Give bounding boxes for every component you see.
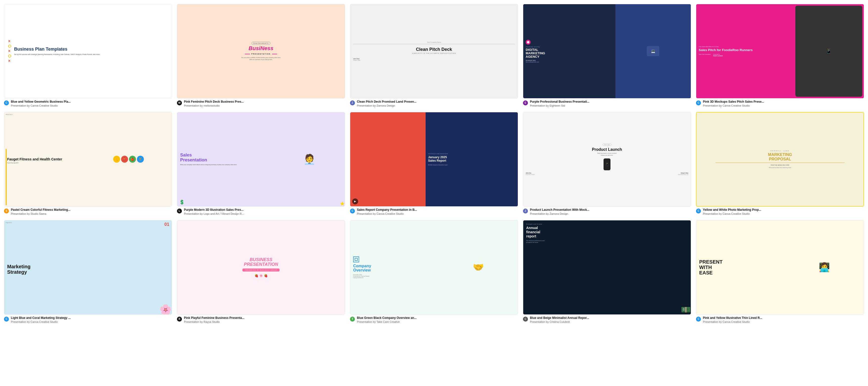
card-thumbnail: INGOUDE DIGITAL DIGITALMARKETINGAGENCY 2…	[523, 4, 691, 99]
template-card[interactable]: PAGE 01/11 Fauget Fitness and Health Cen…	[4, 112, 172, 215]
card-thumbnail: Strength and Growth Annualfinancialrepor…	[523, 220, 691, 315]
template-card[interactable]: INGOUDE DIGITAL DIGITALMARKETINGAGENCY 2…	[523, 4, 691, 107]
card-thumbnail: × × × Business Plan Templates Set up for…	[4, 4, 172, 99]
template-card[interactable]: 01 MarketingStrategy 🌸 Page 01/11 C Ligh…	[4, 220, 172, 323]
template-card[interactable]: Your Company Name Clean Pitch Deck SIMPL…	[350, 4, 518, 107]
avatar: C	[4, 100, 9, 105]
template-card[interactable]: CompanyOverview December 2021 Presented …	[350, 220, 518, 323]
avatar: M	[177, 100, 182, 105]
card-thumbnail: Group International Co. BusiNess PRESENT…	[177, 4, 345, 99]
avatar: T	[350, 317, 355, 322]
card-thumbnail: 01 MarketingStrategy 🌸 Page 01/11	[4, 220, 172, 315]
card-thumbnail: Food Tastes Best When It's On Time Sales…	[696, 4, 864, 99]
avatar: E	[523, 100, 528, 105]
card-info: C Blue and Beige Minimalist Annual Repor…	[523, 316, 691, 323]
card-info: C Yellow and White Photo Marketing Prop.…	[696, 208, 864, 215]
avatar: C	[696, 209, 701, 213]
card-thumbnail: SalesPresentation Write your company nam…	[177, 112, 345, 207]
card-info: M Pink Feminine Pitch Deck Business Pres…	[177, 100, 345, 107]
template-card[interactable]: Your Logo Product Launch Brief descripti…	[523, 112, 691, 215]
avatar: C	[4, 317, 9, 322]
template-card[interactable]: Food Tastes Best When It's On Time Sales…	[696, 4, 864, 107]
card-thumbnail: Your Company Name Clean Pitch Deck SIMPL…	[350, 4, 518, 99]
avatar: C	[350, 209, 355, 213]
template-card[interactable]: SalesPresentation Write your company nam…	[177, 112, 345, 215]
card-info: L Purple Modern 3D Illustration Sales Pr…	[177, 208, 345, 215]
card-info: C Pink and Yellow Illustrative Thin Line…	[696, 316, 864, 323]
avatar: R	[177, 317, 182, 322]
avatar: Z	[350, 100, 355, 105]
avatar: S	[4, 209, 9, 213]
avatar: L	[177, 209, 182, 213]
card-info: Z Product Launch Presentation With Mock.…	[523, 208, 691, 215]
card-thumbnail: CompanyOverview December 2021 Presented …	[350, 220, 518, 315]
template-card[interactable]: × × × Business Plan Templates Set up for…	[4, 4, 172, 107]
template-card[interactable]: PRESENTWITHEASE 👩‍💻 C Pink and Yellow Il…	[696, 220, 864, 323]
card-info: R Pink Playful Feminine Business Present…	[177, 316, 345, 323]
template-grid: × × × Business Plan Templates Set up for…	[4, 4, 864, 323]
card-thumbnail: BUSINESSPRESENTATION PRESENTED BY BORCEL…	[177, 220, 345, 315]
card-thumbnail: JEFFRIES AND MADISON January 2025Sales R…	[350, 112, 518, 207]
card-info: C Pink 3D Mockups Sales Pitch Sales Pres…	[696, 100, 864, 107]
template-card[interactable]: Group International Co. BusiNess PRESENT…	[177, 4, 345, 107]
card-info: E Purple Professional Business Presentat…	[523, 100, 691, 107]
play-button[interactable]: ▶	[352, 199, 358, 204]
template-card[interactable]: Strength and Growth Annualfinancialrepor…	[523, 220, 691, 323]
card-info: C Light Blue and Coral Marketing Strateg…	[4, 316, 172, 323]
card-info: T Blue Green Black Company Overview an..…	[350, 316, 518, 323]
card-info: Z Clean Pitch Deck Promised Land Presen.…	[350, 100, 518, 107]
card-thumbnail: Your Logo Product Launch Brief descripti…	[523, 112, 691, 207]
avatar: C	[696, 317, 701, 322]
card-thumbnail: PAGE 01/11 Fauget Fitness and Health Cen…	[4, 112, 172, 207]
card-thumbnail: PRESENTWITHEASE 👩‍💻	[696, 220, 864, 315]
card-info: C Blue and Yellow Geometric Business Pla…	[4, 100, 172, 107]
avatar: Z	[523, 209, 528, 213]
template-card[interactable]: ODDBALL LABS MARKETINGPROPOSAL FOR THE W…	[696, 112, 864, 215]
card-info: C Sales Report Company Presentation in B…	[350, 208, 518, 215]
card-info: S Pastel Cream Colorful Fitness Marketin…	[4, 208, 172, 215]
card-thumbnail: ODDBALL LABS MARKETINGPROPOSAL FOR THE W…	[696, 112, 864, 207]
template-card[interactable]: BUSINESSPRESENTATION PRESENTED BY BORCEL…	[177, 220, 345, 323]
avatar: C	[696, 100, 701, 105]
avatar: C	[523, 317, 528, 322]
template-card[interactable]: JEFFRIES AND MADISON January 2025Sales R…	[350, 112, 518, 215]
